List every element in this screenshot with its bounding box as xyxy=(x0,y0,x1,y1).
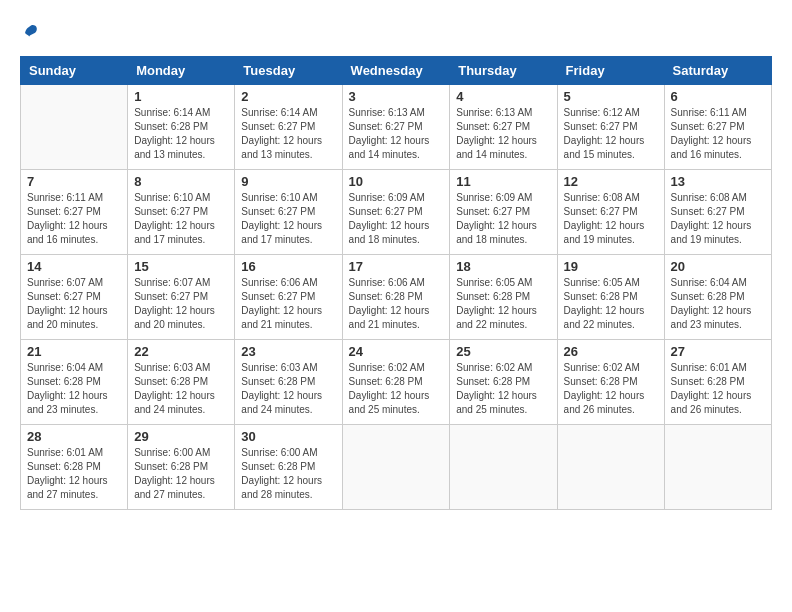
day-info: Sunrise: 6:02 AMSunset: 6:28 PMDaylight:… xyxy=(564,361,658,417)
day-number: 13 xyxy=(671,174,765,189)
calendar-cell: 4Sunrise: 6:13 AMSunset: 6:27 PMDaylight… xyxy=(450,85,557,170)
calendar-cell: 6Sunrise: 6:11 AMSunset: 6:27 PMDaylight… xyxy=(664,85,771,170)
day-number: 14 xyxy=(27,259,121,274)
calendar-week-3: 14Sunrise: 6:07 AMSunset: 6:27 PMDayligh… xyxy=(21,255,772,340)
day-number: 1 xyxy=(134,89,228,104)
calendar-cell: 3Sunrise: 6:13 AMSunset: 6:27 PMDaylight… xyxy=(342,85,450,170)
day-info: Sunrise: 6:02 AMSunset: 6:28 PMDaylight:… xyxy=(456,361,550,417)
day-info: Sunrise: 6:13 AMSunset: 6:27 PMDaylight:… xyxy=(456,106,550,162)
day-info: Sunrise: 6:11 AMSunset: 6:27 PMDaylight:… xyxy=(27,191,121,247)
day-number: 4 xyxy=(456,89,550,104)
day-info: Sunrise: 6:07 AMSunset: 6:27 PMDaylight:… xyxy=(134,276,228,332)
day-info: Sunrise: 6:10 AMSunset: 6:27 PMDaylight:… xyxy=(241,191,335,247)
calendar-cell: 21Sunrise: 6:04 AMSunset: 6:28 PMDayligh… xyxy=(21,340,128,425)
day-info: Sunrise: 6:06 AMSunset: 6:27 PMDaylight:… xyxy=(241,276,335,332)
day-number: 7 xyxy=(27,174,121,189)
day-info: Sunrise: 6:12 AMSunset: 6:27 PMDaylight:… xyxy=(564,106,658,162)
day-info: Sunrise: 6:09 AMSunset: 6:27 PMDaylight:… xyxy=(456,191,550,247)
logo xyxy=(20,20,40,46)
calendar-cell: 9Sunrise: 6:10 AMSunset: 6:27 PMDaylight… xyxy=(235,170,342,255)
day-number: 30 xyxy=(241,429,335,444)
calendar-cell: 24Sunrise: 6:02 AMSunset: 6:28 PMDayligh… xyxy=(342,340,450,425)
day-info: Sunrise: 6:14 AMSunset: 6:27 PMDaylight:… xyxy=(241,106,335,162)
day-number: 24 xyxy=(349,344,444,359)
day-number: 5 xyxy=(564,89,658,104)
calendar-cell: 26Sunrise: 6:02 AMSunset: 6:28 PMDayligh… xyxy=(557,340,664,425)
day-number: 16 xyxy=(241,259,335,274)
day-info: Sunrise: 6:14 AMSunset: 6:28 PMDaylight:… xyxy=(134,106,228,162)
logo-general xyxy=(20,20,40,46)
day-number: 21 xyxy=(27,344,121,359)
day-number: 18 xyxy=(456,259,550,274)
day-number: 11 xyxy=(456,174,550,189)
calendar-cell: 20Sunrise: 6:04 AMSunset: 6:28 PMDayligh… xyxy=(664,255,771,340)
calendar-cell: 22Sunrise: 6:03 AMSunset: 6:28 PMDayligh… xyxy=(128,340,235,425)
calendar-week-4: 21Sunrise: 6:04 AMSunset: 6:28 PMDayligh… xyxy=(21,340,772,425)
calendar-week-1: 1Sunrise: 6:14 AMSunset: 6:28 PMDaylight… xyxy=(21,85,772,170)
day-info: Sunrise: 6:13 AMSunset: 6:27 PMDaylight:… xyxy=(349,106,444,162)
calendar-cell xyxy=(21,85,128,170)
calendar-cell xyxy=(342,425,450,510)
day-info: Sunrise: 6:03 AMSunset: 6:28 PMDaylight:… xyxy=(241,361,335,417)
day-info: Sunrise: 6:01 AMSunset: 6:28 PMDaylight:… xyxy=(27,446,121,502)
calendar-cell: 12Sunrise: 6:08 AMSunset: 6:27 PMDayligh… xyxy=(557,170,664,255)
header-saturday: Saturday xyxy=(664,57,771,85)
day-info: Sunrise: 6:04 AMSunset: 6:28 PMDaylight:… xyxy=(671,276,765,332)
calendar-cell: 23Sunrise: 6:03 AMSunset: 6:28 PMDayligh… xyxy=(235,340,342,425)
day-number: 17 xyxy=(349,259,444,274)
calendar-week-5: 28Sunrise: 6:01 AMSunset: 6:28 PMDayligh… xyxy=(21,425,772,510)
calendar-cell: 27Sunrise: 6:01 AMSunset: 6:28 PMDayligh… xyxy=(664,340,771,425)
day-number: 26 xyxy=(564,344,658,359)
day-info: Sunrise: 6:00 AMSunset: 6:28 PMDaylight:… xyxy=(134,446,228,502)
calendar-week-2: 7Sunrise: 6:11 AMSunset: 6:27 PMDaylight… xyxy=(21,170,772,255)
calendar-cell: 15Sunrise: 6:07 AMSunset: 6:27 PMDayligh… xyxy=(128,255,235,340)
day-info: Sunrise: 6:00 AMSunset: 6:28 PMDaylight:… xyxy=(241,446,335,502)
day-number: 25 xyxy=(456,344,550,359)
day-info: Sunrise: 6:11 AMSunset: 6:27 PMDaylight:… xyxy=(671,106,765,162)
header-sunday: Sunday xyxy=(21,57,128,85)
day-number: 20 xyxy=(671,259,765,274)
day-number: 12 xyxy=(564,174,658,189)
calendar-cell: 7Sunrise: 6:11 AMSunset: 6:27 PMDaylight… xyxy=(21,170,128,255)
day-info: Sunrise: 6:09 AMSunset: 6:27 PMDaylight:… xyxy=(349,191,444,247)
header-wednesday: Wednesday xyxy=(342,57,450,85)
day-number: 8 xyxy=(134,174,228,189)
header xyxy=(20,20,772,46)
calendar-cell: 28Sunrise: 6:01 AMSunset: 6:28 PMDayligh… xyxy=(21,425,128,510)
day-info: Sunrise: 6:03 AMSunset: 6:28 PMDaylight:… xyxy=(134,361,228,417)
day-info: Sunrise: 6:05 AMSunset: 6:28 PMDaylight:… xyxy=(456,276,550,332)
day-info: Sunrise: 6:07 AMSunset: 6:27 PMDaylight:… xyxy=(27,276,121,332)
header-friday: Friday xyxy=(557,57,664,85)
calendar-cell: 14Sunrise: 6:07 AMSunset: 6:27 PMDayligh… xyxy=(21,255,128,340)
calendar-cell: 1Sunrise: 6:14 AMSunset: 6:28 PMDaylight… xyxy=(128,85,235,170)
day-number: 15 xyxy=(134,259,228,274)
calendar-cell: 5Sunrise: 6:12 AMSunset: 6:27 PMDaylight… xyxy=(557,85,664,170)
day-number: 3 xyxy=(349,89,444,104)
day-info: Sunrise: 6:04 AMSunset: 6:28 PMDaylight:… xyxy=(27,361,121,417)
calendar-cell: 25Sunrise: 6:02 AMSunset: 6:28 PMDayligh… xyxy=(450,340,557,425)
day-number: 19 xyxy=(564,259,658,274)
calendar-cell xyxy=(450,425,557,510)
calendar-cell: 2Sunrise: 6:14 AMSunset: 6:27 PMDaylight… xyxy=(235,85,342,170)
calendar-cell: 19Sunrise: 6:05 AMSunset: 6:28 PMDayligh… xyxy=(557,255,664,340)
day-number: 23 xyxy=(241,344,335,359)
header-monday: Monday xyxy=(128,57,235,85)
day-info: Sunrise: 6:01 AMSunset: 6:28 PMDaylight:… xyxy=(671,361,765,417)
day-info: Sunrise: 6:06 AMSunset: 6:28 PMDaylight:… xyxy=(349,276,444,332)
day-number: 9 xyxy=(241,174,335,189)
day-info: Sunrise: 6:02 AMSunset: 6:28 PMDaylight:… xyxy=(349,361,444,417)
calendar-cell: 18Sunrise: 6:05 AMSunset: 6:28 PMDayligh… xyxy=(450,255,557,340)
calendar-cell: 13Sunrise: 6:08 AMSunset: 6:27 PMDayligh… xyxy=(664,170,771,255)
calendar-cell xyxy=(557,425,664,510)
calendar-cell: 17Sunrise: 6:06 AMSunset: 6:28 PMDayligh… xyxy=(342,255,450,340)
day-number: 27 xyxy=(671,344,765,359)
calendar-header-row: SundayMondayTuesdayWednesdayThursdayFrid… xyxy=(21,57,772,85)
day-number: 6 xyxy=(671,89,765,104)
calendar-cell: 30Sunrise: 6:00 AMSunset: 6:28 PMDayligh… xyxy=(235,425,342,510)
calendar-cell: 29Sunrise: 6:00 AMSunset: 6:28 PMDayligh… xyxy=(128,425,235,510)
day-info: Sunrise: 6:08 AMSunset: 6:27 PMDaylight:… xyxy=(671,191,765,247)
day-number: 29 xyxy=(134,429,228,444)
day-info: Sunrise: 6:08 AMSunset: 6:27 PMDaylight:… xyxy=(564,191,658,247)
day-info: Sunrise: 6:10 AMSunset: 6:27 PMDaylight:… xyxy=(134,191,228,247)
day-number: 2 xyxy=(241,89,335,104)
